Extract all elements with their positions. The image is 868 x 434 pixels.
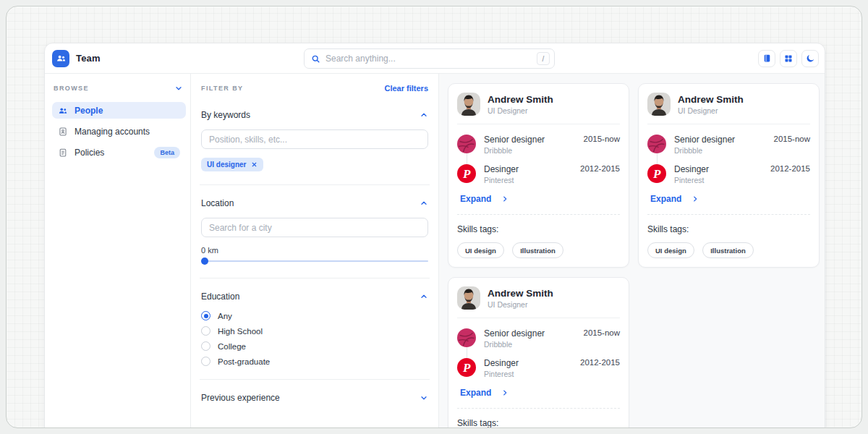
education-option-college[interactable]: College <box>201 341 428 351</box>
book-icon <box>762 54 772 63</box>
sidebar-item-managing-accounts[interactable]: Managing accounts <box>52 123 186 140</box>
section-divider <box>200 184 430 185</box>
search-input[interactable] <box>326 54 537 64</box>
apps-button[interactable] <box>780 50 797 67</box>
chevron-right-icon <box>501 389 509 396</box>
chevron-right-icon <box>692 195 699 203</box>
person-role: UI Designer <box>488 300 553 309</box>
close-icon[interactable] <box>251 161 258 168</box>
card-divider <box>647 214 810 215</box>
dribbble-icon <box>457 328 476 347</box>
skills-label: Skills tags: <box>647 224 810 234</box>
experience-company: Dribbble <box>484 146 545 155</box>
location-section-header[interactable]: Location <box>201 198 428 208</box>
profile-card[interactable]: Andrew Smith UI Designer Senior designer… <box>448 83 629 268</box>
experience-entry: Senior designer Dribbble 2015-now <box>457 135 620 155</box>
keywords-section-header[interactable]: By keywords <box>201 110 428 120</box>
app-window: Team / <box>44 43 825 428</box>
skill-tag[interactable]: Illustration <box>512 242 563 258</box>
sidebar-item-label: People <box>75 106 103 116</box>
skill-tag[interactable]: UI design <box>647 242 694 258</box>
avatar <box>457 286 480 310</box>
avatar <box>647 93 671 116</box>
sidebar-section-header[interactable]: BROWSE <box>52 84 186 93</box>
chevron-right-icon <box>501 195 509 203</box>
person-name: Andrew Smith <box>488 288 553 299</box>
slider-track <box>201 260 428 262</box>
profile-card[interactable]: Andrew Smith UI Designer Senior designer… <box>448 277 629 428</box>
distance-slider[interactable] <box>201 258 428 265</box>
experience-period: 2015-now <box>773 135 810 155</box>
previous-experience-label: Previous experience <box>201 393 280 403</box>
person-role: UI Designer <box>678 106 744 115</box>
experience-entry: Senior designer Dribbble 2015-now <box>457 328 620 349</box>
expand-button[interactable]: Expand <box>650 194 810 204</box>
sidebar-item-label: Managing accounts <box>75 127 150 137</box>
dribbble-icon <box>457 135 476 153</box>
experience-period: 2015-now <box>583 328 620 349</box>
education-option-high-school[interactable]: High School <box>201 326 428 336</box>
experience-period: 2015-now <box>583 135 620 155</box>
radio-icon <box>201 326 210 336</box>
chevron-down-icon <box>174 84 183 93</box>
library-button[interactable] <box>758 50 775 67</box>
svg-text:P: P <box>462 167 471 181</box>
tag-label: UI designer <box>207 161 246 169</box>
slider-thumb[interactable] <box>201 258 208 265</box>
skills-label: Skills tags: <box>457 224 620 234</box>
experience-entry: P Desinger Pinterest 2012-2015 <box>647 164 810 184</box>
person-name: Andrew Smith <box>678 94 744 105</box>
experience-title: Senior designer <box>674 135 735 145</box>
experience-company: Pinterest <box>484 176 519 184</box>
chevron-up-icon <box>420 111 428 119</box>
svg-text:P: P <box>462 361 471 375</box>
sidebar-item-people[interactable]: People <box>52 102 186 119</box>
previous-experience-section-header[interactable]: Previous experience <box>201 393 428 403</box>
clear-filters-link[interactable]: Clear filters <box>384 84 428 93</box>
card-divider <box>457 408 620 409</box>
education-option-any[interactable]: Any <box>201 311 428 320</box>
experience-timeline: Senior designer Dribbble 2015-now P Desi… <box>457 328 620 378</box>
app-logo <box>52 50 69 67</box>
experience-title: Senior designer <box>484 135 545 145</box>
card-divider <box>457 318 620 318</box>
education-option-post-graduate[interactable]: Post-graduate <box>201 357 428 366</box>
skills-tags: UI design Illustration <box>647 242 810 258</box>
experience-entry: P Desinger Pinterest 2012-2015 <box>457 164 620 184</box>
search-icon <box>311 54 320 64</box>
card-divider <box>457 124 620 124</box>
experience-entry: Senior designer Dribbble 2015-now <box>647 135 810 155</box>
expand-button[interactable]: Expand <box>460 388 620 398</box>
experience-title: Desinger <box>484 164 519 174</box>
experience-company: Pinterest <box>484 370 519 378</box>
dribbble-icon <box>647 135 666 153</box>
expand-button[interactable]: Expand <box>460 194 620 204</box>
sidebar-item-label: Policies <box>75 148 104 158</box>
sidebar-item-policies[interactable]: Policies Beta <box>52 144 186 161</box>
search-shortcut-key: / <box>537 52 550 65</box>
skill-tag[interactable]: UI design <box>457 242 504 258</box>
education-section-header[interactable]: Education <box>201 292 428 302</box>
section-divider <box>200 379 430 380</box>
location-label: Location <box>201 198 234 208</box>
skill-tag[interactable]: Illustration <box>702 242 754 258</box>
skills-label: Skills tags: <box>457 418 620 428</box>
experience-entry: P Desinger Pinterest 2012-2015 <box>457 358 620 378</box>
person-photo <box>457 286 480 310</box>
profile-card[interactable]: Andrew Smith UI Designer Senior designer… <box>638 83 820 268</box>
keyword-tag-ui-designer[interactable]: UI designer <box>201 158 263 171</box>
global-search[interactable]: / <box>304 48 555 69</box>
chevron-down-icon <box>420 393 428 402</box>
keywords-label: By keywords <box>201 110 250 120</box>
keywords-input[interactable] <box>201 129 428 149</box>
card-divider <box>457 214 620 215</box>
person-photo <box>647 93 671 116</box>
pinterest-icon: P <box>647 164 666 183</box>
filter-by-label: FILTER BY <box>201 85 243 92</box>
dark-mode-toggle[interactable] <box>801 50 819 67</box>
desktop-background: Team / <box>6 6 862 428</box>
section-divider <box>200 278 430 278</box>
city-search-input[interactable] <box>201 218 428 237</box>
experience-timeline: Senior designer Dribbble 2015-now P Desi… <box>647 135 810 184</box>
grid-icon <box>784 54 793 63</box>
